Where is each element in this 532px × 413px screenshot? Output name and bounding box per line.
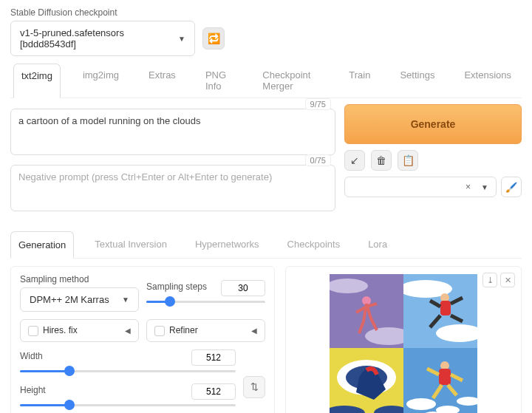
sampling-method-select[interactable]: DPM++ 2M Karras ▼	[20, 287, 139, 312]
refiner-label: Refiner	[169, 325, 198, 335]
download-image-button[interactable]: ⤓	[482, 273, 497, 287]
subtab-textual-inversion[interactable]: Textual Inversion	[87, 231, 174, 258]
prompt-input[interactable]: a cartoon of a model running on the clou…	[10, 109, 335, 155]
height-input[interactable]	[191, 383, 236, 400]
sampling-steps-input[interactable]	[221, 280, 265, 296]
refiner-toggle[interactable]: Refiner ◀	[146, 319, 265, 342]
prompt-token-count: 9/75	[305, 98, 331, 110]
subtab-generation[interactable]: Generation	[10, 231, 74, 259]
width-input[interactable]	[191, 349, 236, 366]
hires-fix-label: Hires. fix	[43, 325, 78, 335]
tab-train[interactable]: Train	[341, 64, 378, 98]
tab-extras[interactable]: Extras	[141, 64, 183, 98]
checkpoint-value: v1-5-pruned.safetensors [bddd8543df]	[20, 27, 172, 50]
tab-pnginfo[interactable]: PNG Info	[198, 64, 240, 98]
sampling-method-label: Sampling method	[20, 274, 139, 284]
width-slider[interactable]	[20, 366, 236, 376]
styles-clear[interactable]: ×	[466, 182, 471, 192]
svg-point-15	[406, 398, 436, 410]
result-grid-image[interactable]	[330, 274, 477, 413]
sampling-steps-slider[interactable]	[146, 296, 265, 307]
output-gallery: ⤓ ✕	[285, 266, 522, 413]
svg-rect-20	[439, 369, 451, 385]
hires-fix-toggle[interactable]: Hires. fix ◀	[20, 319, 139, 342]
brush-icon: 🖌️	[505, 182, 517, 193]
swap-dimensions-button[interactable]: ⇅	[243, 376, 265, 398]
tab-settings[interactable]: Settings	[392, 64, 442, 98]
sampling-steps-label: Sampling steps	[146, 281, 207, 292]
edit-styles-button[interactable]: 🖌️	[501, 177, 522, 197]
checkbox-icon	[154, 326, 165, 336]
styles-select[interactable]: × ▼	[344, 177, 497, 197]
close-gallery-button[interactable]: ✕	[500, 273, 515, 287]
sampling-method-value: DPM++ 2M Karras	[30, 294, 109, 305]
tab-extensions[interactable]: Extensions	[457, 64, 519, 98]
close-icon: ✕	[505, 276, 511, 285]
checkpoint-select[interactable]: v1-5-pruned.safetensors [bddd8543df] ▼	[10, 21, 195, 56]
triangle-left-icon: ◀	[125, 327, 131, 335]
trash-icon: 🗑	[376, 154, 386, 166]
tab-img2img[interactable]: img2img	[75, 64, 126, 98]
height-label: Height	[20, 385, 46, 395]
tab-txt2img[interactable]: txt2img	[13, 64, 61, 98]
refresh-checkpoint-button[interactable]: 🔁	[202, 27, 225, 50]
subtab-hypernetworks[interactable]: Hypernetworks	[188, 231, 267, 258]
subtab-checkpoints[interactable]: Checkpoints	[280, 231, 348, 258]
checkpoint-label: Stable Diffusion checkpoint	[10, 7, 522, 18]
chevron-down-icon: ▼	[122, 296, 129, 304]
clipboard-icon: 📋	[402, 154, 415, 166]
height-slider[interactable]	[20, 400, 236, 410]
download-icon: ⤓	[487, 276, 494, 285]
subtab-lora[interactable]: Lora	[361, 231, 395, 258]
arrow-icon: ↙	[350, 154, 359, 166]
svg-rect-8	[440, 301, 451, 315]
tab-checkpoint-merger[interactable]: Checkpoint Merger	[255, 64, 327, 98]
paste-button[interactable]: 📋	[398, 150, 418, 171]
width-label: Width	[20, 351, 43, 361]
chevron-down-icon: ▼	[481, 183, 488, 191]
generate-button[interactable]: Generate	[344, 104, 522, 144]
checkbox-icon	[28, 326, 38, 336]
interrogate-button[interactable]: ↙	[344, 150, 365, 171]
main-tabs: txt2img img2img Extras PNG Info Checkpoi…	[10, 64, 522, 98]
swap-icon: ⇅	[250, 381, 259, 392]
neg-prompt-token-count: 0/75	[305, 154, 331, 166]
refresh-icon: 🔁	[208, 33, 220, 44]
negative-prompt-input[interactable]	[10, 165, 335, 211]
triangle-left-icon: ◀	[251, 327, 257, 335]
chevron-down-icon: ▼	[178, 35, 185, 43]
clear-prompt-button[interactable]: 🗑	[371, 150, 392, 171]
generation-subtabs: Generation Textual Inversion Hypernetwor…	[10, 231, 522, 259]
